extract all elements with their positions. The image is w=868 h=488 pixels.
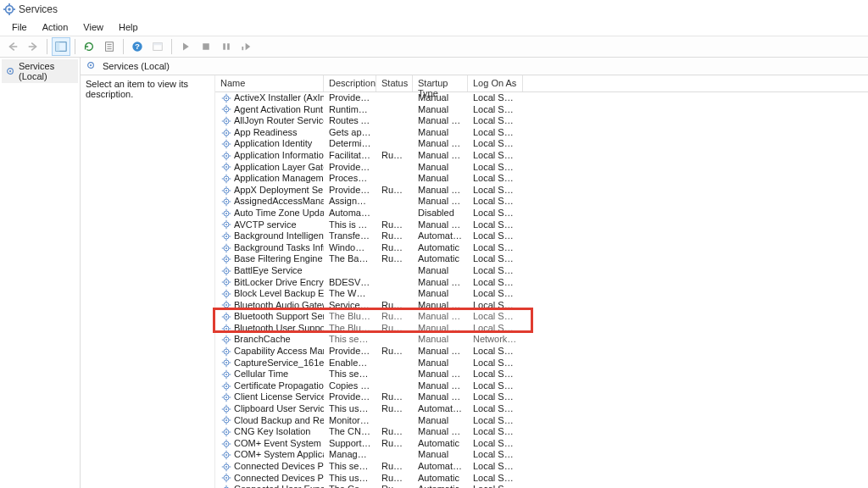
svg-point-111 xyxy=(225,258,227,260)
service-description: Monitors th... xyxy=(324,415,376,427)
service-row[interactable]: Client License Service (ClipS...Provides… xyxy=(215,391,868,403)
service-name: Block Level Backup Engine ... xyxy=(234,288,324,300)
service-icon xyxy=(220,277,231,288)
svg-point-225 xyxy=(225,477,227,479)
service-logon: Local Service xyxy=(468,115,523,127)
service-row[interactable]: Bluetooth User Support Ser...The Bluetoo… xyxy=(215,323,868,335)
service-startup: Manual (Trig... xyxy=(413,138,468,150)
svg-point-195 xyxy=(225,419,227,421)
svg-rect-21 xyxy=(242,47,243,50)
service-row[interactable]: Background Intelligent Tran...Transfers … xyxy=(215,230,868,242)
service-row[interactable]: Agent Activation Runtime_...Runtime for.… xyxy=(215,104,868,116)
service-row[interactable]: Bluetooth Audio Gateway S...Service sup.… xyxy=(215,300,868,312)
service-row[interactable]: BranchCacheThis service ...ManualNetwork… xyxy=(215,334,868,346)
service-logon: Local Service xyxy=(468,219,523,231)
col-name[interactable]: Name xyxy=(215,75,324,92)
service-row[interactable]: AppX Deployment Service (...Provides inf… xyxy=(215,185,868,197)
service-row[interactable]: COM+ System ApplicationManages th...Manu… xyxy=(215,449,868,461)
service-name: Base Filtering Engine xyxy=(234,253,323,265)
svg-point-69 xyxy=(225,178,227,180)
col-logon[interactable]: Log On As xyxy=(468,75,523,92)
service-row[interactable]: COM+ Event SystemSupports Sy...RunningAu… xyxy=(215,438,868,450)
service-status: Running xyxy=(376,300,413,312)
service-description: Supports Sy... xyxy=(324,438,376,450)
col-description[interactable]: Description xyxy=(324,75,376,92)
service-row[interactable]: AssignedAccessManager Se...AssignedAc...… xyxy=(215,196,868,208)
start-service-button[interactable] xyxy=(176,37,195,56)
service-row[interactable]: BitLocker Drive Encryption ...BDESVC hos… xyxy=(215,277,868,289)
back-button[interactable] xyxy=(3,37,22,56)
service-status: Running xyxy=(376,461,413,473)
service-startup: Manual xyxy=(413,92,468,104)
console-tree[interactable]: Services (Local) xyxy=(0,58,81,488)
show-hide-tree-button[interactable] xyxy=(52,37,70,56)
service-logon: Local Syste... xyxy=(468,473,523,485)
help-button[interactable]: ? xyxy=(128,37,147,56)
service-row[interactable]: Connected User Experience...The Connec..… xyxy=(215,484,868,488)
svg-point-33 xyxy=(225,108,227,110)
service-row[interactable]: App ReadinessGets apps re...ManualLocal … xyxy=(215,127,868,139)
export-list-button[interactable] xyxy=(100,37,119,56)
service-row[interactable]: AllJoyn Router ServiceRoutes AllJo...Man… xyxy=(215,115,868,127)
service-row[interactable]: Cellular TimeThis service ...Manual (Tri… xyxy=(215,369,868,380)
service-name: CaptureService_161e1c xyxy=(234,358,324,369)
service-description: Automatica... xyxy=(324,208,376,219)
service-description: Service sup... xyxy=(324,300,376,312)
service-startup: Manual (Trig... xyxy=(413,185,468,197)
service-row[interactable]: BattlEye ServiceManualLocal Syste... xyxy=(215,265,868,277)
services-list[interactable]: Name Description Status Startup Type Log… xyxy=(214,75,868,488)
menu-action[interactable]: Action xyxy=(36,20,75,34)
menu-view[interactable]: View xyxy=(76,20,110,34)
service-startup: Manual xyxy=(413,173,468,185)
service-row[interactable]: ActiveX Installer (AxInstSV)Provides Us.… xyxy=(215,92,868,104)
service-row[interactable]: Application InformationFacilitates t...R… xyxy=(215,150,868,162)
service-logon: Local Syste... xyxy=(468,426,523,438)
service-description: This service ... xyxy=(324,334,376,346)
service-row[interactable]: Bluetooth Support ServiceThe Bluetoo...R… xyxy=(215,311,868,323)
service-name: AppX Deployment Service (... xyxy=(234,185,324,197)
service-logon: Local Service xyxy=(468,162,523,174)
service-row[interactable]: AVCTP serviceThis is Audi...RunningManua… xyxy=(215,219,868,231)
service-row[interactable]: Application IdentityDetermines ...Manual… xyxy=(215,138,868,150)
service-name: COM+ Event System xyxy=(234,438,321,450)
service-row[interactable]: Background Tasks Infrastruc...Windows in… xyxy=(215,242,868,254)
col-startup[interactable]: Startup Type xyxy=(413,75,468,92)
service-row[interactable]: Application ManagementProcesses in...Man… xyxy=(215,173,868,185)
restart-service-button[interactable] xyxy=(237,37,256,56)
service-name: AssignedAccessManager Se... xyxy=(234,196,324,208)
refresh-button[interactable] xyxy=(80,37,98,56)
service-startup: Automatic (... xyxy=(413,230,468,242)
menu-help[interactable]: Help xyxy=(112,20,145,34)
service-row[interactable]: Auto Time Zone UpdaterAutomatica...Disab… xyxy=(215,208,868,219)
forward-button[interactable] xyxy=(24,37,42,56)
services-app-icon xyxy=(3,3,15,15)
service-name: Connected Devices Platfor... xyxy=(234,461,324,473)
description-pane: Select an item to view its description. xyxy=(81,75,214,488)
svg-rect-18 xyxy=(203,43,209,50)
service-row[interactable]: Base Filtering EngineThe Base Fil...Runn… xyxy=(215,253,868,265)
service-description: The WBENG... xyxy=(324,288,376,300)
menu-file[interactable]: File xyxy=(5,20,34,34)
col-status[interactable]: Status xyxy=(376,75,413,92)
service-description: This service ... xyxy=(324,369,376,380)
service-name: Certificate Propagation xyxy=(234,380,324,392)
service-row[interactable]: Connected Devices Platfor...This service… xyxy=(215,461,868,473)
service-row[interactable]: CaptureService_161e1cEnables opti...Manu… xyxy=(215,358,868,369)
service-row[interactable]: Clipboard User Service_161e...This user … xyxy=(215,403,868,415)
service-name: App Readiness xyxy=(234,127,298,139)
service-row[interactable]: Certificate PropagationCopies user ...Ma… xyxy=(215,380,868,392)
pause-service-button[interactable] xyxy=(217,37,236,56)
service-icon xyxy=(220,450,231,461)
service-logon: Local Service xyxy=(468,208,523,219)
stop-service-button[interactable] xyxy=(197,37,215,56)
properties-button[interactable] xyxy=(148,37,167,56)
service-row[interactable]: Block Level Backup Engine ...The WBENG..… xyxy=(215,288,868,300)
service-row[interactable]: Cloud Backup and Restore ...Monitors th.… xyxy=(215,415,868,427)
service-name: Cloud Backup and Restore ... xyxy=(234,415,324,427)
service-row[interactable]: Capability Access Manager ...Provides fa… xyxy=(215,346,868,358)
service-row[interactable]: Connected Devices Platfor...This user se… xyxy=(215,473,868,485)
service-row[interactable]: CNG Key IsolationThe CNG ke...RunningMan… xyxy=(215,426,868,438)
service-row[interactable]: Application Layer Gateway ...Provides su… xyxy=(215,162,868,174)
tree-root-services-local[interactable]: Services (Local) xyxy=(2,59,78,83)
service-name: BranchCache xyxy=(234,334,291,346)
